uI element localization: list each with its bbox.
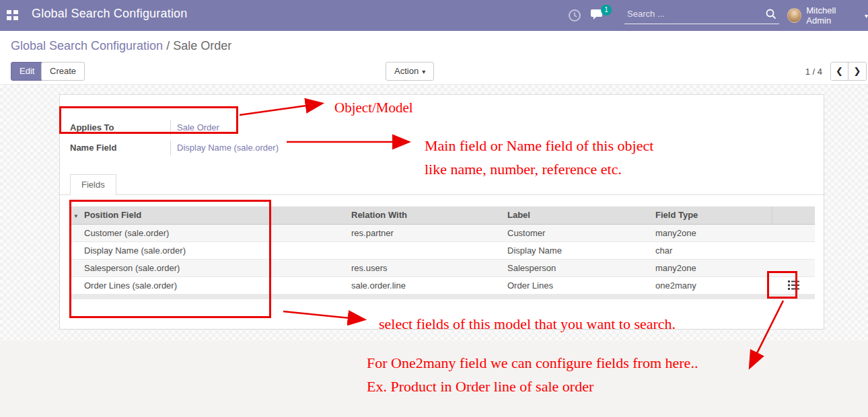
breadcrumb-bar: Global Search Configuration / Sale Order [0, 31, 868, 58]
message-count-badge: 1 [601, 5, 612, 15]
cell-actions [772, 224, 815, 241]
breadcrumb: Global Search Configuration / Sale Order [11, 39, 231, 53]
global-search-box [624, 6, 779, 24]
annotation-main-field-line1: Main field or Name field of this object [425, 137, 653, 155]
action-dropdown-button[interactable]: Action▾ [386, 62, 434, 81]
search-icon[interactable] [765, 8, 777, 20]
cell-field-type: many2one [653, 259, 772, 276]
pager-buttons: ❮ ❯ [830, 62, 867, 81]
tab-fields[interactable]: Fields [70, 174, 116, 196]
apps-grid-icon[interactable] [7, 10, 19, 21]
breadcrumb-current: Sale Order [173, 39, 231, 52]
cell-field-type: many2one [653, 224, 772, 241]
breadcrumb-parent-link[interactable]: Global Search Configuration [11, 39, 163, 52]
annotation-box-config-icon [767, 271, 797, 299]
chevron-down-icon: ▾ [422, 68, 425, 75]
name-field-label: Name Field [70, 143, 170, 153]
cell-field-type: char [653, 241, 772, 259]
user-name: Mitchell Admin [806, 5, 861, 26]
header-actions [772, 206, 815, 224]
header-label[interactable]: Label [505, 206, 653, 224]
pager-previous-button[interactable]: ❮ [831, 63, 848, 80]
edit-button[interactable]: Edit [11, 62, 43, 81]
create-button[interactable]: Create [41, 62, 85, 81]
search-input[interactable] [624, 6, 779, 24]
action-label: Action [394, 66, 419, 76]
annotation-main-field-line2: like name, number, reference etc. [425, 161, 622, 178]
annotation-one2many-line1: For One2many field we can configure fiel… [367, 354, 698, 372]
pager: 1 / 4 ❮ ❯ [805, 62, 867, 81]
notebook-divider [60, 194, 824, 195]
annotation-object-model: Object/Model [334, 100, 413, 116]
breadcrumb-separator: / [166, 39, 170, 52]
annotation-box-applies-to [59, 106, 238, 134]
cell-relation-with: res.partner [349, 224, 505, 241]
cell-label: Order Lines [505, 276, 653, 294]
cell-label: Customer [505, 224, 653, 241]
activities-clock-icon[interactable] [568, 9, 581, 22]
annotation-select-fields: select fields of this model that you wan… [379, 315, 676, 333]
name-field-value[interactable]: Display Name (sale.order) [170, 141, 279, 155]
annotation-one2many-line2: Ex. Product in Order line of sale order [367, 378, 593, 395]
app-title: Global Search Configuration [32, 7, 188, 21]
cell-relation-with: res.users [349, 259, 505, 276]
top-navbar: Global Search Configuration 1 Mitchell A… [0, 0, 868, 31]
header-field-type[interactable]: Field Type [653, 206, 772, 224]
form-row-name-field: Name Field Display Name (sale.order) [70, 139, 279, 156]
header-relation-with[interactable]: Relation With [349, 206, 505, 224]
chevron-down-icon: ▾ [865, 12, 868, 20]
cell-actions [772, 241, 815, 259]
odoo-screen: Global Search Configuration 1 Mitchell A… [0, 0, 868, 417]
cell-relation-with [349, 241, 505, 259]
annotation-box-position-field-column [69, 200, 271, 318]
user-menu[interactable]: Mitchell Admin ▾ [787, 7, 868, 24]
pager-next-button[interactable]: ❯ [848, 63, 866, 80]
pager-value: 1 / 4 [805, 67, 822, 77]
user-avatar [787, 8, 801, 23]
cell-label: Salesperson [505, 259, 653, 276]
control-bar: Edit Create Action▾ 1 / 4 ❮ ❯ [0, 58, 868, 85]
cell-field-type: one2many [653, 276, 772, 294]
cell-label: Display Name [505, 241, 653, 259]
cell-relation-with: sale.order.line [349, 276, 505, 294]
